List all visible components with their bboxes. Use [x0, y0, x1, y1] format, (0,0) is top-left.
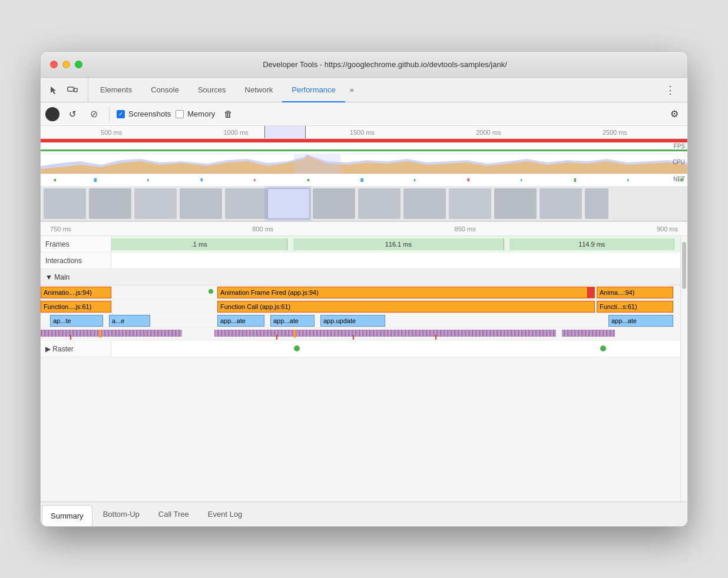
tab-network[interactable]: Network — [236, 78, 283, 102]
svg-rect-29 — [403, 188, 446, 219]
timeline-ruler: 500 ms 1000 ms 1500 ms 2000 ms 2500 ms — [41, 126, 687, 139]
flame-row-2: Function....js:61) Function Call (app.js… — [41, 300, 680, 314]
minimize-button[interactable] — [62, 61, 70, 68]
perf-panel: 500 ms 1000 ms 1500 ms 2000 ms 2500 ms — [41, 126, 687, 526]
cpu-track: CPU — [41, 154, 687, 174]
svg-rect-1 — [74, 88, 77, 92]
flame-app-1: ap...te — [50, 315, 103, 327]
raster-row: ▶ Raster — [41, 341, 680, 357]
svg-rect-16 — [521, 179, 522, 181]
svg-rect-23 — [180, 188, 222, 219]
tab-sources[interactable]: Sources — [188, 78, 236, 102]
raster-content — [111, 341, 680, 357]
traffic-lights — [50, 61, 82, 68]
flame-app-3: app...ate — [217, 315, 264, 327]
scrollbar[interactable] — [680, 236, 687, 501]
track-container[interactable]: Frames .1 ms 116.1 ms 114.9 m — [41, 236, 680, 501]
tab-elements[interactable]: Elements — [91, 78, 141, 102]
svg-rect-20 — [44, 188, 86, 219]
filmstrip-svg — [41, 186, 687, 221]
tab-call-tree[interactable]: Call Tree — [149, 503, 198, 526]
device-toolbar-icon[interactable] — [64, 82, 81, 98]
detail-ruler-850: 850 ms — [455, 225, 476, 232]
tab-performance[interactable]: Performance — [282, 78, 345, 102]
svg-rect-12 — [307, 179, 309, 181]
svg-rect-28 — [358, 188, 401, 219]
net-waveform — [41, 174, 687, 186]
frame-block-2: 116.1 ms — [293, 238, 504, 250]
svg-rect-41 — [353, 335, 354, 340]
flame-row-3: ap...te a...e app...ate app...ate — [41, 314, 680, 328]
long-task-indicator — [587, 287, 594, 298]
svg-rect-6 — [41, 174, 687, 186]
svg-rect-33 — [585, 188, 608, 219]
detail-ruler: 750 ms 800 ms 850 ms 900 ms — [41, 222, 687, 236]
svg-rect-37 — [100, 330, 101, 338]
detail-ruler-800: 800 ms — [252, 225, 273, 232]
frames-row: Frames .1 ms 116.1 ms 114.9 m — [41, 236, 680, 253]
svg-rect-32 — [540, 188, 582, 219]
svg-rect-8 — [94, 178, 97, 182]
clear-button[interactable]: ⊘ — [85, 106, 102, 122]
flame-anim-1: Animatio....js:94) — [41, 287, 111, 298]
tab-console[interactable]: Console — [141, 78, 188, 102]
interactions-row: Interactions — [41, 253, 680, 269]
flame-func-1: Function....js:61) — [41, 301, 111, 313]
ruler-1500: 1500 ms — [350, 129, 375, 136]
tab-event-log[interactable]: Event Log — [198, 503, 252, 526]
title-bar: Developer Tools - https://googlechrome.g… — [41, 52, 687, 78]
flame-app-2: a...e — [109, 315, 150, 327]
flame-app-5: app.update — [320, 315, 385, 327]
svg-rect-9 — [147, 179, 148, 181]
net-label: NET — [673, 176, 685, 182]
devtools-menu-icon[interactable]: ⋮ — [658, 78, 683, 102]
main-section-header[interactable]: ▼ Main — [41, 269, 680, 285]
detail-ruler-900: 900 ms — [657, 225, 678, 232]
maximize-button[interactable] — [75, 61, 82, 68]
cursor-icon[interactable] — [45, 82, 62, 98]
filmstrip — [41, 186, 687, 221]
detail-timeline: 750 ms 800 ms 850 ms 900 ms Frames — [41, 222, 687, 501]
tab-more[interactable]: » — [345, 78, 359, 102]
frame-block-3: 114.9 ms — [509, 238, 674, 250]
record-button[interactable] — [45, 107, 59, 121]
flame-app-4: app...ate — [270, 315, 315, 327]
frame-block-1: .1 ms — [111, 238, 287, 250]
flame-row-4 — [41, 328, 680, 341]
svg-rect-35 — [214, 330, 556, 337]
ruler-500: 500 ms — [101, 129, 122, 136]
svg-rect-24 — [225, 188, 267, 219]
tab-bottom-up[interactable]: Bottom-Up — [94, 503, 149, 526]
screenshots-checkbox[interactable]: ✓ Screenshots — [117, 109, 171, 118]
fps-label: FPS — [674, 143, 685, 150]
tab-summary[interactable]: Summary — [42, 505, 92, 526]
raster-dot-2 — [600, 346, 606, 351]
main-section-label: ▼ Main — [45, 273, 116, 281]
svg-rect-13 — [360, 178, 363, 182]
svg-rect-7 — [54, 179, 56, 181]
svg-rect-38 — [294, 330, 296, 338]
interactions-label: Interactions — [41, 253, 111, 268]
svg-rect-22 — [134, 188, 177, 219]
reload-button[interactable]: ↺ — [64, 106, 81, 122]
idle-dot-1 — [209, 289, 213, 294]
memory-checkbox[interactable]: Memory — [176, 109, 215, 118]
scrollbar-thumb[interactable] — [682, 242, 686, 289]
toolbar-separator-1 — [109, 107, 110, 121]
interactions-content — [111, 253, 680, 268]
svg-rect-18 — [627, 179, 628, 181]
settings-icon[interactable]: ⚙ — [666, 106, 683, 122]
svg-rect-31 — [494, 188, 537, 219]
ruler-1000: 1000 ms — [223, 129, 248, 136]
tab-bar: Elements Console Sources Network Perform… — [41, 78, 687, 102]
cpu-label: CPU — [673, 159, 685, 165]
overview-section: 500 ms 1000 ms 1500 ms 2000 ms 2500 ms — [41, 126, 687, 222]
close-button[interactable] — [50, 61, 58, 68]
trash-icon[interactable]: 🗑 — [220, 106, 236, 122]
net-track: NET — [41, 174, 687, 186]
flame-func-2: Function Call (app.js:61) — [217, 301, 595, 313]
frames-content: .1 ms 116.1 ms 114.9 ms — [111, 236, 680, 253]
svg-rect-36 — [562, 330, 615, 337]
cpu-waveform — [41, 154, 687, 174]
svg-rect-0 — [68, 87, 74, 91]
